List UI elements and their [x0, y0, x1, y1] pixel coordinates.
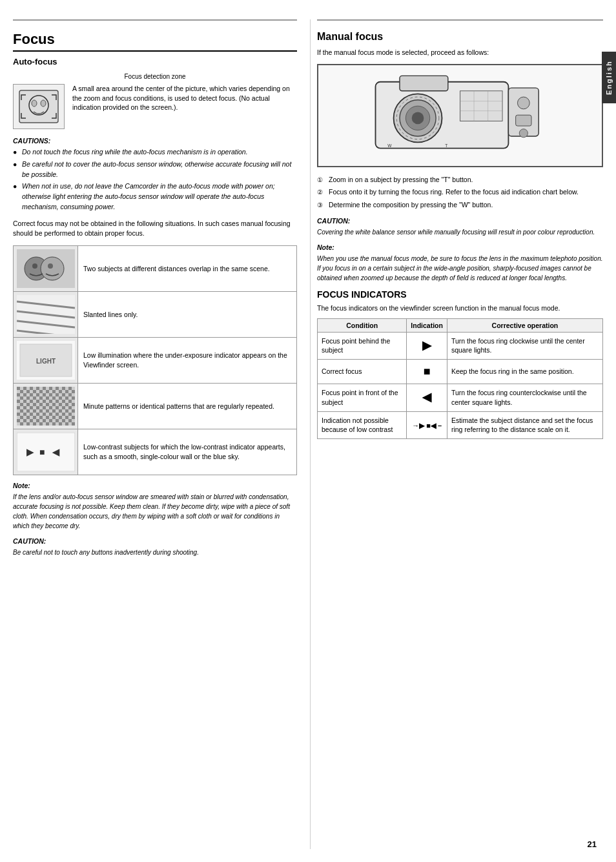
- indication-symbol-3: ◀: [422, 391, 431, 404]
- step-3: ③ Determine the composition by pressing …: [317, 200, 603, 210]
- situation-row-pattern: Minute patterns or identical patterns th…: [14, 384, 296, 429]
- situation-desc-light: Low illumination where the under-exposur…: [78, 347, 296, 373]
- svg-rect-38: [516, 116, 531, 127]
- page-number: 21: [588, 839, 597, 849]
- condition-cell-4: Indication not possible because of low c…: [318, 411, 407, 438]
- manual-focus-title: Manual focus: [317, 31, 603, 43]
- camera-svg: W T: [333, 70, 588, 160]
- corrective-cell-3: Turn the focus ring counterclockwise unt…: [447, 384, 602, 411]
- svg-point-44: [519, 129, 528, 138]
- col-condition: Condition: [318, 318, 407, 332]
- table-body: Focus point behind the subject ▶ Turn th…: [318, 332, 603, 438]
- focus-detection-label: Focus detection zone: [13, 73, 297, 80]
- situation-image-slant: [14, 292, 78, 337]
- indication-cell-2: ■: [407, 360, 447, 384]
- autofocus-illustration: [16, 87, 61, 126]
- right-column: Manual focus If the manual focus mode is…: [310, 19, 603, 849]
- indicators-intro: The focus indicators on the viewfinder s…: [317, 303, 603, 313]
- note-title-right: Note:: [317, 243, 603, 251]
- svg-point-2: [32, 100, 37, 107]
- step-3-text: Determine the composition by pressing th…: [329, 201, 493, 209]
- table-row: Focus point in front of the subject ◀ Tu…: [318, 384, 603, 411]
- svg-text:◀: ◀: [52, 447, 60, 457]
- icons-svg: ▶ ■ ◀: [17, 433, 75, 471]
- svg-text:T: T: [445, 143, 447, 148]
- condition-cell-3: Focus point in front of the subject: [318, 384, 407, 411]
- cautions-title: CAUTIONS:: [13, 137, 297, 145]
- top-rule-right: [317, 19, 603, 21]
- step-num-2: ②: [317, 187, 323, 197]
- light-svg: LIGHT: [17, 341, 75, 380]
- svg-point-32: [412, 112, 424, 125]
- situation-row-overlap: Two subjects at different distances over…: [14, 246, 296, 292]
- step-num-3: ③: [317, 200, 323, 210]
- svg-point-3: [41, 100, 46, 107]
- pattern-svg: [17, 387, 75, 426]
- situation-row-light: LIGHT Low illumination where the under-e…: [14, 338, 296, 384]
- step-2-text: Focus onto it by turning the focus ring.…: [329, 188, 579, 196]
- situation-desc-pattern: Minute patterns or identical patterns th…: [78, 398, 280, 415]
- note-title-left: Note:: [13, 482, 297, 489]
- detection-description: A small area around the center of the pi…: [72, 84, 297, 112]
- caution-title-left2: CAUTION:: [13, 537, 297, 545]
- svg-rect-23: [17, 433, 75, 471]
- situation-image-overlap: [14, 246, 78, 291]
- situation-image-pattern: [14, 384, 78, 429]
- col-indication: Indication: [407, 318, 447, 332]
- focus-indicators-title: FOCUS INDICATORS: [317, 289, 603, 300]
- camera-illustration: W T: [317, 64, 603, 167]
- situation-image-icons: ▶ ■ ◀: [14, 429, 78, 475]
- caution-title-right: CAUTION:: [317, 217, 603, 225]
- overlap-svg: [17, 249, 75, 288]
- situation-desc-icons: Low-contrast subjects for which the low-…: [78, 438, 296, 465]
- situation-desc-slant: Slanted lines only.: [78, 306, 143, 323]
- svg-rect-22: [17, 387, 75, 426]
- situation-image-light: LIGHT: [14, 338, 78, 383]
- svg-point-37: [517, 97, 529, 110]
- top-rule: [13, 19, 297, 21]
- indication-cell-4: →▶ ■◀ –: [407, 411, 447, 438]
- step-1-text: Zoom in on a subject by pressing the "T"…: [329, 176, 473, 183]
- indication-symbol-4: →▶ ■◀ –: [412, 422, 442, 429]
- condition-cell-1: Focus point behind the subject: [318, 332, 407, 359]
- indication-symbol-2: ■: [424, 365, 431, 378]
- situations-table: Two subjects at different distances over…: [13, 245, 297, 475]
- svg-point-7: [32, 263, 37, 269]
- table-row: Focus point behind the subject ▶ Turn th…: [318, 332, 603, 359]
- corrective-cell-1: Turn the focus ring clockwise until the …: [447, 332, 602, 359]
- step-2: ② Focus onto it by turning the focus rin…: [317, 187, 603, 198]
- condition-cell-2: Correct focus: [318, 360, 407, 384]
- table-header: Condition Indication Corrective operatio…: [318, 318, 603, 332]
- indication-cell-3: ◀: [407, 384, 447, 411]
- col-corrective: Corrective operation: [447, 318, 602, 332]
- svg-rect-28: [400, 76, 448, 91]
- detection-zone-image: [13, 84, 65, 129]
- svg-point-6: [41, 257, 64, 280]
- detection-row: A small area around the center of the pi…: [13, 84, 297, 129]
- caution-text-left2: Be careful not to touch any buttons inad…: [13, 548, 297, 557]
- autofocus-title: Auto-focus: [13, 57, 297, 67]
- svg-rect-39: [460, 91, 503, 121]
- caution-text-right: Covering the white balance sensor while …: [317, 227, 603, 237]
- cautions-list: Do not touch the focus ring while the au…: [13, 147, 297, 212]
- step-1: ① Zoom in on a subject by pressing the "…: [317, 175, 603, 185]
- slant-svg: [17, 295, 75, 334]
- focus-indicators-table: Condition Indication Corrective operatio…: [317, 318, 603, 439]
- table-row: Indication not possible because of low c…: [318, 411, 603, 438]
- svg-text:W: W: [387, 143, 392, 148]
- manual-intro: If the manual focus mode is selected, pr…: [317, 48, 603, 57]
- header-row: Condition Indication Corrective operatio…: [318, 318, 603, 332]
- corrective-cell-4: Estimate the subject distance and set th…: [447, 411, 602, 438]
- page-title: Focus: [13, 31, 297, 52]
- indication-cell-1: ▶: [407, 332, 447, 359]
- table-row: Correct focus ■ Keep the focus ring in t…: [318, 360, 603, 384]
- svg-text:■: ■: [39, 447, 45, 457]
- indication-symbol-1: ▶: [422, 339, 431, 352]
- language-tab: English: [602, 52, 616, 103]
- caution-item: Be careful not to cover the auto-focus s…: [13, 159, 297, 180]
- situation-desc-overlap: Two subjects at different distances over…: [78, 260, 275, 278]
- situation-row-icons: ▶ ■ ◀ Low-contrast subjects for which th…: [14, 429, 296, 475]
- manual-steps-list: ① Zoom in on a subject by pressing the "…: [317, 175, 603, 210]
- correct-focus-text: Correct focus may not be obtained in the…: [13, 219, 297, 240]
- svg-text:▶: ▶: [26, 447, 34, 457]
